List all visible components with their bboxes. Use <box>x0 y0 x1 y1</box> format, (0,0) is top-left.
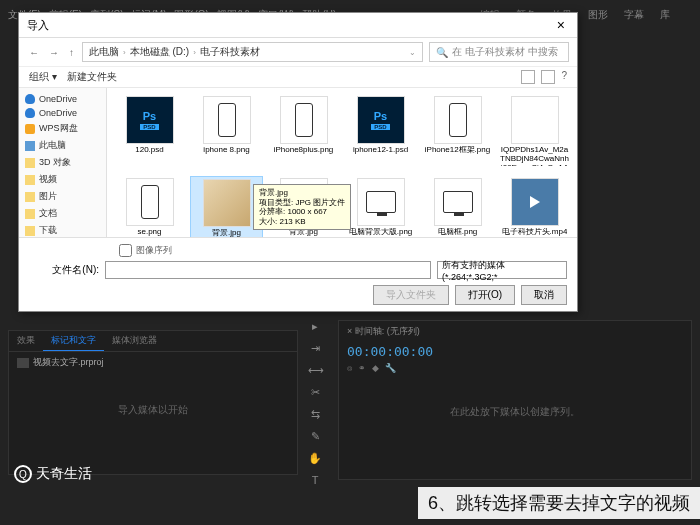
tooltip-res: 分辨率: 1000 x 667 <box>259 207 345 217</box>
file-name: iPhone12框架.png <box>425 146 490 155</box>
snap-icon[interactable]: ⌾ <box>347 363 352 373</box>
new-folder-button[interactable]: 新建文件夹 <box>67 70 117 84</box>
brand-text: 天奇生活 <box>36 465 92 483</box>
chevron-down-icon[interactable]: ⌄ <box>409 48 416 57</box>
cloud-icon <box>25 94 35 104</box>
path-seg[interactable]: 本地磁盘 (D:) <box>130 45 189 59</box>
search-input[interactable]: 🔍 在 电子科技素材 中搜索 <box>429 42 569 62</box>
view-list-icon[interactable] <box>541 70 555 84</box>
back-icon[interactable]: ← <box>27 47 41 58</box>
pen-tool-icon[interactable]: ✎ <box>308 430 322 444</box>
sidebar-label: OneDrive <box>39 94 77 104</box>
filename-input[interactable] <box>105 261 431 279</box>
file-item[interactable]: PsPSD120.psd <box>113 94 186 172</box>
cancel-button[interactable]: 取消 <box>521 285 567 305</box>
file-item[interactable]: 电脑框.png <box>421 176 494 237</box>
tooltip-size: 大小: 213 KB <box>259 217 345 227</box>
tool-column: ▸ ⇥ ⟷ ✂ ⇆ ✎ ✋ T <box>308 320 326 488</box>
open-button[interactable]: 打开(O) <box>455 285 515 305</box>
folder-icon <box>25 158 35 168</box>
folder-icon <box>25 175 35 185</box>
timeline-empty-text: 在此处放下媒体以创建序列。 <box>339 405 691 419</box>
tooltip-type: 项目类型: JPG 图片文件 <box>259 198 345 208</box>
sidebar-item[interactable]: 此电脑 <box>19 137 106 154</box>
file-item[interactable]: 电子科技片头.mp4 <box>498 176 571 237</box>
selection-tool-icon[interactable]: ▸ <box>308 320 322 334</box>
file-item[interactable]: iphone 8.png <box>190 94 263 172</box>
sidebar-item[interactable]: 下载 <box>19 222 106 237</box>
ws-tab[interactable]: 图形 <box>588 8 608 22</box>
sidebar-label: 文档 <box>39 207 57 220</box>
help-icon[interactable]: ? <box>561 70 567 84</box>
sidebar-label: WPS网盘 <box>39 122 78 135</box>
file-name: 电脑框.png <box>438 228 478 237</box>
brand-icon: Q <box>14 465 32 483</box>
close-icon[interactable]: × <box>553 17 569 33</box>
organize-button[interactable]: 组织 ▾ <box>29 70 57 84</box>
link-icon[interactable]: ⚭ <box>358 363 366 373</box>
file-item[interactable]: IQDPDhs1Av_M2aTNBDjN84CwaNnht00E_zwCj4cQ… <box>498 94 571 172</box>
image-sequence-label: 图像序列 <box>136 244 172 257</box>
bin-icon <box>17 358 29 368</box>
sidebar-item[interactable]: 图片 <box>19 188 106 205</box>
path-seg[interactable]: 电子科技素材 <box>200 45 260 59</box>
sidebar-label: OneDrive <box>39 108 77 118</box>
import-folder-button[interactable]: 导入文件夹 <box>373 285 449 305</box>
path-bar: ← → ↑ 此电脑› 本地磁盘 (D:)› 电子科技素材 ⌄ 🔍 在 电子科技素… <box>19 38 577 67</box>
marker-icon[interactable]: ◆ <box>372 363 379 373</box>
filter-text: 所有支持的媒体 (*.264;*.3G2;* <box>442 259 562 282</box>
track-tool-icon[interactable]: ⇥ <box>308 342 322 356</box>
cloud-icon <box>25 108 35 118</box>
ws-tab[interactable]: 库 <box>660 8 670 22</box>
up-icon[interactable]: ↑ <box>67 47 76 58</box>
tab-markers[interactable]: 标记和文字 <box>43 331 104 351</box>
sidebar-item[interactable]: OneDrive <box>19 106 106 120</box>
tab-media[interactable]: 媒体浏览器 <box>104 331 165 351</box>
sidebar-item[interactable]: 视频 <box>19 171 106 188</box>
razor-tool-icon[interactable]: ✂ <box>308 386 322 400</box>
file-name: 电子科技片头.mp4 <box>502 228 568 237</box>
sidebar-label: 下载 <box>39 224 57 237</box>
wrench-icon[interactable]: 🔧 <box>385 363 396 373</box>
ws-tab[interactable]: 字幕 <box>624 8 644 22</box>
project-empty-text: 导入媒体以开始 <box>9 403 297 417</box>
file-item[interactable]: iPhone12框架.png <box>421 94 494 172</box>
watermark: Q 天奇生活 <box>14 465 92 483</box>
file-item[interactable]: se.png <box>113 176 186 237</box>
folder-icon <box>25 209 35 219</box>
file-filter-select[interactable]: 所有支持的媒体 (*.264;*.3G2;* <box>437 261 567 279</box>
file-name: iPhone8plus.png <box>274 146 334 155</box>
search-placeholder: 在 电子科技素材 中搜索 <box>452 45 558 59</box>
timecode[interactable]: 00:00:00:00 <box>339 342 691 361</box>
project-name-row: 视频去文字.prproj <box>9 352 297 373</box>
path-seg[interactable]: 此电脑 <box>89 45 119 59</box>
file-item[interactable]: 电脑背景大版.png <box>344 176 417 237</box>
forward-icon[interactable]: → <box>47 47 61 58</box>
file-item[interactable]: PsPSDiphone12-1.psd <box>344 94 417 172</box>
sidebar-item[interactable]: 文档 <box>19 205 106 222</box>
sidebar-item[interactable]: OneDrive <box>19 92 106 106</box>
file-name: se.png <box>137 228 161 237</box>
type-tool-icon[interactable]: T <box>308 474 322 488</box>
ripple-tool-icon[interactable]: ⟷ <box>308 364 322 378</box>
file-item[interactable]: iPhone8plus.png <box>267 94 340 172</box>
image-sequence-checkbox[interactable] <box>119 244 132 257</box>
hand-tool-icon[interactable]: ✋ <box>308 452 322 466</box>
sidebar-item[interactable]: WPS网盘 <box>19 120 106 137</box>
search-icon: 🔍 <box>436 47 448 58</box>
slip-tool-icon[interactable]: ⇆ <box>308 408 322 422</box>
file-name: 背景.jpg <box>212 229 241 237</box>
sidebar-item[interactable]: 3D 对象 <box>19 154 106 171</box>
view-mode-icon[interactable] <box>521 70 535 84</box>
tooltip-name: 背景.jpg <box>259 188 345 198</box>
wps-icon <box>25 124 35 134</box>
sidebar-label: 此电脑 <box>39 139 66 152</box>
timeline-label: × 时间轴: (无序列) <box>347 325 420 338</box>
breadcrumb[interactable]: 此电脑› 本地磁盘 (D:)› 电子科技素材 ⌄ <box>82 42 423 62</box>
folder-icon <box>25 226 35 236</box>
file-name: 120.psd <box>135 146 163 155</box>
project-panel: 效果 标记和文字 媒体浏览器 视频去文字.prproj 导入媒体以开始 <box>8 330 298 475</box>
tab-effects[interactable]: 效果 <box>9 331 43 351</box>
file-name: IQDPDhs1Av_M2aTNBDjN84CwaNnht00E_zwCj4cQ… <box>500 146 569 166</box>
file-grid: 背景.jpg 项目类型: JPG 图片文件 分辨率: 1000 x 667 大小… <box>107 88 577 237</box>
